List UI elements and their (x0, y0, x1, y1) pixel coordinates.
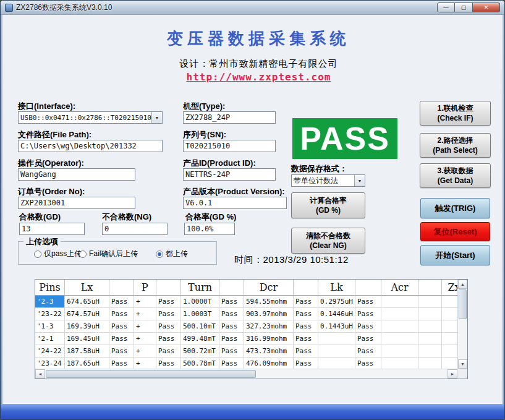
table-cell[interactable]: Pass (294, 308, 318, 320)
table-cell[interactable]: 169.45uH (65, 333, 109, 345)
table-cell[interactable] (381, 308, 418, 320)
check-if-button[interactable]: 1.联机检查 (Check IF) (420, 101, 491, 126)
table-cell[interactable]: + (134, 333, 156, 345)
table-row[interactable]: '2-3674.65uHPass+Pass1.0000TPass594.55mo… (35, 296, 457, 308)
horizontal-scrollbar-thumb[interactable] (46, 370, 256, 378)
table-cell[interactable]: Pass (156, 296, 181, 308)
table-cell[interactable]: + (134, 296, 156, 308)
table-cell[interactable] (418, 320, 442, 333)
table-cell[interactable]: Pass (294, 345, 318, 358)
chevron-down-icon[interactable]: ▼ (354, 175, 365, 186)
order-no-input[interactable] (18, 197, 135, 209)
column-header[interactable] (109, 280, 134, 296)
table-cell[interactable] (318, 345, 355, 358)
gd-rate-input[interactable] (184, 223, 235, 235)
column-header[interactable]: Dcr (244, 280, 294, 296)
column-header[interactable]: Turn (181, 280, 219, 296)
table-cell[interactable]: Pass (109, 296, 134, 308)
table-cell[interactable] (418, 308, 442, 320)
table-row[interactable]: '24-22187.58uHPass+Pass500.72mTPass473.7… (35, 345, 457, 358)
table-cell[interactable] (418, 345, 442, 358)
column-header[interactable]: Pins (35, 280, 65, 296)
table-cell[interactable]: 674.57uH (65, 308, 109, 320)
calc-rate-button[interactable]: 计算合格率 (GD %) (291, 192, 365, 218)
scroll-left-icon[interactable]: ◄ (35, 369, 45, 379)
table-cell[interactable] (381, 320, 418, 333)
table-cell[interactable]: Pass (355, 345, 381, 358)
table-cell[interactable] (318, 333, 355, 345)
table-cell[interactable]: Pass (355, 296, 381, 308)
column-header[interactable]: Lx (65, 280, 109, 296)
table-cell[interactable]: 903.97mohm (244, 308, 294, 320)
titlebar[interactable]: ZX2786数据采集系统V3.0.10 — ▢ ✕ (1, 1, 504, 15)
table-row[interactable]: '2-1169.45uHPass+Pass499.48mTPass316.99m… (35, 333, 457, 345)
table-cell[interactable]: Pass (109, 358, 134, 369)
table-cell[interactable]: Pass (156, 320, 181, 333)
table-cell[interactable]: 0.1446uH (318, 308, 355, 320)
website-link-text[interactable]: http://www.zxptest.com (187, 71, 331, 83)
get-data-button[interactable]: 3.获取数据 (Get Data) (420, 163, 491, 188)
column-header[interactable]: Lk (318, 280, 355, 296)
table-cell[interactable]: Pass (355, 333, 381, 345)
table-cell[interactable]: 476.09mohm (244, 358, 294, 369)
table-cell[interactable]: Pass (355, 308, 381, 320)
table-cell[interactable]: Pass (219, 358, 244, 369)
table-cell[interactable]: 0.1443uH (318, 320, 355, 333)
table-cell[interactable]: 1.0003T (181, 308, 219, 320)
operator-input[interactable] (18, 168, 135, 181)
table-cell[interactable]: Pass (294, 320, 318, 333)
table-cell[interactable] (418, 358, 442, 369)
table-cell[interactable]: 187.58uH (65, 345, 109, 358)
table-cell[interactable]: '2-1 (35, 333, 65, 345)
sn-input[interactable] (183, 140, 276, 152)
save-format-combobox[interactable]: 带单位计数法 ▼ (291, 174, 365, 187)
table-cell[interactable]: Pass (156, 358, 181, 369)
table-cell[interactable] (418, 333, 442, 345)
table-cell[interactable]: Pass (355, 320, 381, 333)
product-version-input[interactable] (183, 197, 287, 209)
table-cell[interactable] (442, 308, 457, 320)
table-cell[interactable]: Pass (109, 345, 134, 358)
close-button[interactable]: ✕ (473, 2, 500, 12)
table-cell[interactable]: Pass (156, 345, 181, 358)
table-cell[interactable]: 500.10mT (181, 320, 219, 333)
horizontal-scrollbar[interactable]: ◄ ► (35, 369, 457, 379)
table-cell[interactable]: '23-24 (35, 358, 65, 369)
scroll-up-icon[interactable]: ▲ (458, 280, 467, 289)
table-cell[interactable]: 674.65uH (65, 296, 109, 308)
table-row[interactable]: '23-24187.65uHPass+Pass500.78mTPass476.0… (35, 358, 457, 369)
table-cell[interactable] (442, 345, 457, 358)
table-cell[interactable] (442, 358, 457, 369)
table-cell[interactable] (442, 333, 457, 345)
radio-fail-confirm[interactable]: Fail确认后上传 (79, 249, 138, 259)
table-cell[interactable]: '1-3 (35, 320, 65, 333)
column-header[interactable]: Acr (381, 280, 418, 296)
maximize-button[interactable]: ▢ (455, 2, 473, 12)
table-cell[interactable]: 500.72mT (181, 345, 219, 358)
scroll-down-icon[interactable]: ▼ (458, 359, 467, 369)
table-cell[interactable] (318, 358, 355, 369)
clear-ng-button[interactable]: 清除不合格数 (Clear NG) (291, 228, 365, 254)
column-header[interactable] (418, 280, 442, 296)
table-cell[interactable]: Pass (109, 333, 134, 345)
table-cell[interactable]: 594.55mohm (244, 296, 294, 308)
trig-button[interactable]: 触发(TRIG) (420, 198, 490, 218)
table-cell[interactable]: Pass (219, 333, 244, 345)
column-header[interactable] (355, 280, 381, 296)
table-cell[interactable]: 327.23mohm (244, 320, 294, 333)
column-header[interactable] (294, 280, 318, 296)
table-cell[interactable]: + (134, 320, 156, 333)
table-cell[interactable]: 473.73mohm (244, 345, 294, 358)
radio-upload-all[interactable]: 都上传 (156, 249, 188, 259)
table-cell[interactable]: '23-22 (35, 308, 65, 320)
path-select-button[interactable]: 2.路径选择 (Path Select) (420, 133, 491, 158)
table-cell[interactable] (381, 358, 418, 369)
table-cell[interactable]: Pass (219, 296, 244, 308)
minimize-button[interactable]: — (437, 2, 455, 12)
table-cell[interactable]: + (134, 308, 156, 320)
file-path-input[interactable] (18, 140, 163, 152)
interface-combobox[interactable]: USB0::0x0471::0x2786::T020215010:: ▼ (18, 111, 163, 124)
table-cell[interactable] (381, 345, 418, 358)
table-cell[interactable]: Pass (109, 320, 134, 333)
table-cell[interactable]: 499.48mT (181, 333, 219, 345)
